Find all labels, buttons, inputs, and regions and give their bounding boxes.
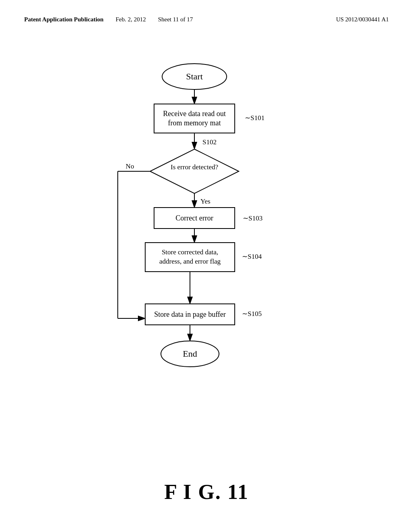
svg-text:address, and error flag: address, and error flag — [159, 258, 221, 265]
svg-text:S102: S102 — [202, 138, 217, 146]
publication-date: Feb. 2, 2012 — [116, 16, 146, 23]
sheet-info: Sheet 11 of 17 — [158, 16, 193, 23]
svg-text:No: No — [126, 162, 134, 170]
patent-title: Patent Application Publication — [24, 16, 104, 23]
svg-text:Store data in page buffer: Store data in page buffer — [154, 310, 226, 318]
svg-text:Correct error: Correct error — [175, 214, 213, 222]
svg-rect-3 — [154, 104, 235, 133]
svg-rect-21 — [145, 243, 235, 272]
svg-text:from memory mat: from memory mat — [168, 119, 221, 127]
svg-text:∼S104: ∼S104 — [242, 253, 262, 260]
svg-marker-9 — [150, 149, 239, 193]
figure-label: F I G. 11 — [0, 480, 413, 504]
page-header: Patent Application Publication Feb. 2, 2… — [24, 16, 389, 23]
flowchart-svg: Start Receive data read out from memory … — [86, 56, 327, 407]
svg-text:Start: Start — [186, 71, 203, 81]
diagram-container: Start Receive data read out from memory … — [0, 56, 413, 407]
svg-text:∼S103: ∼S103 — [243, 214, 263, 222]
svg-text:∼S101: ∼S101 — [245, 114, 265, 122]
us-patent-number: US 2012/0030441 A1 — [336, 16, 389, 23]
svg-text:∼S105: ∼S105 — [242, 310, 262, 318]
svg-text:Is error detected?: Is error detected? — [171, 163, 218, 171]
svg-text:End: End — [183, 349, 197, 359]
svg-text:Receive data read out: Receive data read out — [163, 110, 225, 118]
svg-text:Store corrected data,: Store corrected data, — [162, 248, 218, 256]
svg-text:Yes: Yes — [200, 197, 211, 205]
